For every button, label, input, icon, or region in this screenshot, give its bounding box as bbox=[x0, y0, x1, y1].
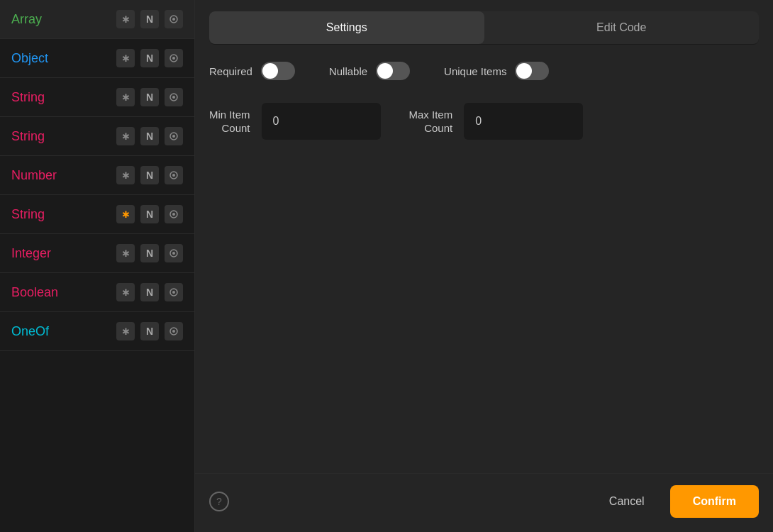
required-icon-string1[interactable]: ✱ bbox=[116, 88, 135, 106]
gear-icon-oneof[interactable] bbox=[165, 322, 183, 340]
count-row: Min ItemCount Max ItemCount bbox=[209, 103, 759, 140]
gear-icon-number[interactable] bbox=[165, 166, 183, 184]
required-icon-oneof[interactable]: ✱ bbox=[116, 322, 135, 340]
main-panel: Settings Edit Code Required Nullable Uni… bbox=[195, 0, 773, 532]
svg-point-5 bbox=[172, 96, 175, 99]
sidebar-item-label-array: Array bbox=[11, 12, 111, 27]
nullable-label: Nullable bbox=[329, 65, 367, 77]
svg-point-15 bbox=[172, 291, 175, 294]
svg-point-1 bbox=[172, 18, 175, 21]
sidebar-item-string3[interactable]: String✱N bbox=[0, 195, 194, 234]
gear-icon-integer[interactable] bbox=[165, 244, 183, 262]
settings-content: Required Nullable Unique Items Min ItemC… bbox=[195, 45, 773, 473]
tab-edit-code[interactable]: Edit Code bbox=[484, 11, 760, 44]
sidebar-item-string1[interactable]: String✱N bbox=[0, 78, 194, 117]
required-icon-string2[interactable]: ✱ bbox=[116, 127, 135, 145]
gear-icon-object[interactable] bbox=[165, 49, 183, 67]
nullable-icon-string1[interactable]: N bbox=[140, 88, 159, 106]
nullable-icon-integer[interactable]: N bbox=[140, 244, 159, 262]
max-count-input[interactable] bbox=[464, 103, 583, 140]
toggle-group-required: Required bbox=[209, 62, 295, 80]
sidebar-item-label-integer: Integer bbox=[11, 246, 111, 261]
required-icon-string3[interactable]: ✱ bbox=[116, 205, 135, 223]
nullable-icon-oneof[interactable]: N bbox=[140, 322, 159, 340]
gear-icon-string3[interactable] bbox=[165, 205, 183, 223]
cancel-button[interactable]: Cancel bbox=[595, 487, 659, 516]
sidebar-item-label-string2: String bbox=[11, 129, 111, 144]
tab-settings[interactable]: Settings bbox=[209, 11, 484, 44]
nullable-icon-array[interactable]: N bbox=[140, 10, 159, 28]
toggles-row: Required Nullable Unique Items bbox=[209, 62, 759, 80]
footer: ? Cancel Confirm bbox=[195, 473, 773, 532]
sidebar-item-label-string3: String bbox=[11, 207, 111, 222]
svg-point-11 bbox=[172, 213, 175, 216]
sidebar-item-label-number: Number bbox=[11, 168, 111, 183]
gear-icon-boolean[interactable] bbox=[165, 283, 183, 301]
confirm-button[interactable]: Confirm bbox=[670, 485, 759, 518]
required-icon-number[interactable]: ✱ bbox=[116, 166, 135, 184]
gear-icon-array[interactable] bbox=[165, 10, 183, 28]
unique-items-label: Unique Items bbox=[444, 65, 506, 77]
sidebar-item-label-object: Object bbox=[11, 51, 111, 66]
required-icon-object[interactable]: ✱ bbox=[116, 49, 135, 67]
svg-point-17 bbox=[172, 330, 175, 333]
nullable-icon-string2[interactable]: N bbox=[140, 127, 159, 145]
sidebar-item-string2[interactable]: String✱N bbox=[0, 117, 194, 156]
tab-bar: Settings Edit Code bbox=[209, 11, 759, 45]
sidebar: Array✱N Object✱N String✱N String✱N Numbe… bbox=[0, 0, 195, 532]
sidebar-item-oneof[interactable]: OneOf✱N bbox=[0, 312, 194, 351]
max-count-label: Max ItemCount bbox=[409, 108, 453, 135]
sidebar-item-boolean[interactable]: Boolean✱N bbox=[0, 273, 194, 312]
sidebar-item-number[interactable]: Number✱N bbox=[0, 156, 194, 195]
nullable-icon-string3[interactable]: N bbox=[140, 205, 159, 223]
nullable-toggle[interactable] bbox=[376, 62, 410, 80]
gear-icon-string2[interactable] bbox=[165, 127, 183, 145]
required-label: Required bbox=[209, 65, 252, 77]
nullable-icon-boolean[interactable]: N bbox=[140, 283, 159, 301]
unique-items-toggle[interactable] bbox=[515, 62, 549, 80]
svg-point-13 bbox=[172, 252, 175, 255]
svg-point-9 bbox=[172, 174, 175, 177]
sidebar-item-label-oneof: OneOf bbox=[11, 324, 111, 339]
required-toggle[interactable] bbox=[261, 62, 295, 80]
sidebar-item-label-string1: String bbox=[11, 90, 111, 105]
nullable-icon-number[interactable]: N bbox=[140, 166, 159, 184]
toggle-group-unique-items: Unique Items bbox=[444, 62, 549, 80]
sidebar-item-array[interactable]: Array✱N bbox=[0, 0, 194, 39]
sidebar-item-label-boolean: Boolean bbox=[11, 285, 111, 300]
min-count-label: Min ItemCount bbox=[209, 108, 250, 135]
sidebar-item-object[interactable]: Object✱N bbox=[0, 39, 194, 78]
required-icon-array[interactable]: ✱ bbox=[116, 10, 135, 28]
toggle-group-nullable: Nullable bbox=[329, 62, 410, 80]
sidebar-item-integer[interactable]: Integer✱N bbox=[0, 234, 194, 273]
svg-point-3 bbox=[172, 57, 175, 60]
gear-icon-string1[interactable] bbox=[165, 88, 183, 106]
help-icon[interactable]: ? bbox=[209, 492, 229, 511]
required-icon-integer[interactable]: ✱ bbox=[116, 244, 135, 262]
nullable-icon-object[interactable]: N bbox=[140, 49, 159, 67]
max-count-group: Max ItemCount bbox=[409, 103, 584, 140]
required-icon-boolean[interactable]: ✱ bbox=[116, 283, 135, 301]
footer-buttons: Cancel Confirm bbox=[595, 485, 759, 518]
min-count-input[interactable] bbox=[262, 103, 381, 140]
svg-point-7 bbox=[172, 135, 175, 138]
min-count-group: Min ItemCount bbox=[209, 103, 381, 140]
